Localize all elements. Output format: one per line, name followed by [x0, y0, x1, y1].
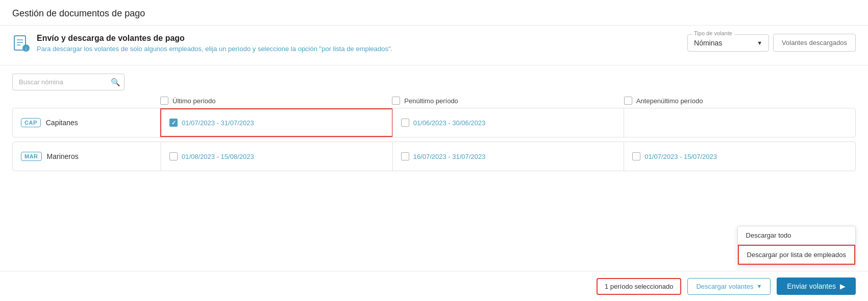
info-text: Envío y descarga de volantes de pago Par…: [37, 34, 392, 53]
marineros-penultimo-cell[interactable]: 16/07/2023 - 31/07/2023: [392, 142, 624, 171]
search-icon[interactable]: 🔍: [111, 78, 120, 87]
capitanes-ultimo-date: 01/07/2023 - 31/07/2023: [182, 119, 254, 127]
banner-description: Para descargar los volantes de solo algu…: [37, 45, 392, 53]
descargar-volantes-button[interactable]: Descargar volantes ▼: [687, 278, 771, 295]
page-title: Gestión de documentos de pago: [0, 0, 868, 26]
descargar-volantes-label: Descargar volantes: [696, 283, 753, 290]
marineros-antepenultimo-checkbox[interactable]: [632, 152, 640, 160]
descargar-chevron-icon: ▼: [756, 283, 762, 289]
capitanes-ultimo-checkbox[interactable]: [169, 119, 178, 127]
mar-badge: MAR: [21, 152, 42, 161]
marineros-antepenultimo-date: 01/07/2023 - 15/07/2023: [644, 153, 717, 160]
marineros-penultimo-checkbox[interactable]: [401, 152, 409, 160]
search-row: 🔍: [12, 74, 856, 90]
document-icon: ↓: [12, 35, 31, 57]
marineros-ultimo-checkbox[interactable]: [169, 152, 178, 160]
send-icon: ▶: [840, 282, 846, 290]
tipo-volante-label: Tipo de volante: [692, 30, 734, 36]
columns-header: Último período Penúltimo período Antepen…: [12, 97, 856, 108]
tipo-volante-select[interactable]: Nóminas ▼: [694, 37, 762, 49]
info-right: Tipo de volante Nóminas ▼ Volantes desca…: [687, 34, 856, 52]
footer-bar: 1 período seleccionado Descargar volante…: [0, 271, 868, 301]
marineros-ultimo-cell[interactable]: 01/08/2023 - 15/08/2023: [161, 142, 392, 171]
row-label-capitanes: CAP Capitanes: [13, 118, 161, 127]
enviar-volantes-button[interactable]: Enviar volantes ▶: [777, 277, 856, 295]
svg-text:↓: ↓: [25, 45, 28, 51]
marineros-name: Marineros: [47, 152, 79, 160]
popup-menu: Descargar todo Descargar por lista de em…: [737, 226, 856, 265]
col-header-penultimo: Penúltimo período: [392, 97, 624, 105]
marineros-ultimo-date: 01/08/2023 - 15/08/2023: [182, 153, 254, 160]
ultimo-header-checkbox[interactable]: [160, 97, 168, 105]
ultimo-header-label: Último período: [172, 97, 216, 105]
antepenultimo-header-label: Antepenúltimo período: [636, 97, 703, 105]
enviar-volantes-label: Enviar volantes: [787, 282, 836, 290]
capitanes-penultimo-checkbox[interactable]: [401, 119, 409, 127]
table-row: MAR Marineros 01/08/2023 - 15/08/2023 16…: [12, 142, 856, 171]
capitanes-penultimo-cell[interactable]: 01/06/2023 - 30/06/2023: [392, 108, 624, 137]
search-input[interactable]: [12, 74, 125, 90]
chevron-down-icon: ▼: [757, 40, 762, 46]
volantes-descargados-button[interactable]: Volantes descargados: [773, 34, 856, 52]
periodo-seleccionado-badge: 1 período seleccionado: [597, 278, 681, 295]
descargar-todo-item[interactable]: Descargar todo: [738, 226, 855, 244]
penultimo-header-checkbox[interactable]: [392, 97, 400, 105]
table-row: CAP Capitanes 01/07/2023 - 31/07/2023 01…: [12, 108, 856, 137]
banner-title: Envío y descarga de volantes de pago: [37, 34, 392, 43]
tipo-volante-value: Nóminas: [694, 39, 722, 47]
capitanes-ultimo-cell[interactable]: 01/07/2023 - 31/07/2023: [160, 108, 393, 137]
antepenultimo-header-checkbox[interactable]: [624, 97, 632, 105]
capitanes-name: Capitanes: [46, 119, 78, 127]
marineros-antepenultimo-cell[interactable]: 01/07/2023 - 15/07/2023: [624, 142, 855, 171]
capitanes-antepenultimo-cell: [624, 108, 855, 137]
main-content: 🔍 Último período Penúltimo período Antep…: [0, 65, 868, 183]
col-header-antepenultimo: Antepenúltimo período: [624, 97, 856, 105]
row-label-marineros: MAR Marineros: [13, 152, 161, 161]
cap-badge: CAP: [21, 118, 41, 127]
tipo-volante-container[interactable]: Tipo de volante Nóminas ▼: [687, 34, 769, 52]
info-banner: ↓ Envío y descarga de volantes de pago P…: [0, 26, 868, 65]
col-header-ultimo: Último período: [160, 97, 392, 105]
descargar-lista-item[interactable]: Descargar por lista de empleados: [738, 245, 855, 265]
table-rows: CAP Capitanes 01/07/2023 - 31/07/2023 01…: [12, 108, 856, 175]
search-input-wrapper: 🔍: [12, 74, 125, 90]
capitanes-penultimo-date: 01/06/2023 - 30/06/2023: [413, 119, 486, 127]
penultimo-header-label: Penúltimo período: [404, 97, 458, 105]
info-left: ↓ Envío y descarga de volantes de pago P…: [12, 34, 392, 57]
marineros-penultimo-date: 16/07/2023 - 31/07/2023: [413, 153, 486, 160]
